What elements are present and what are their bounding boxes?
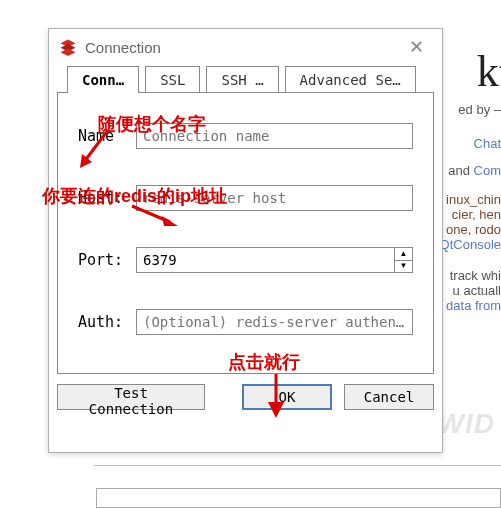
bg-title: kt <box>477 46 501 97</box>
dialog-title: Connection <box>85 39 400 56</box>
auth-input[interactable] <box>136 309 413 335</box>
bg-code-1: inux_chin <box>446 192 501 207</box>
tab-ssl[interactable]: SSL <box>145 66 200 93</box>
bg-divider <box>94 465 501 466</box>
close-icon: ✕ <box>409 36 424 58</box>
bg-line2: and Com <box>448 163 501 178</box>
port-label: Port: <box>78 251 136 269</box>
cancel-button[interactable]: Cancel <box>344 384 434 410</box>
tab-ssh[interactable]: SSH … <box>206 66 278 93</box>
connection-dialog: Connection ✕ Conn… SSL SSH … Advanced Se… <box>48 28 443 453</box>
bg-qtconsole[interactable]: QtConsole <box>440 237 501 252</box>
bg-code-3: one, rodo <box>446 222 501 237</box>
port-spinner[interactable]: ▲ ▼ <box>395 247 413 273</box>
bg-line8[interactable]: data from <box>446 298 501 313</box>
ok-button[interactable]: OK <box>242 384 332 410</box>
tab-panel: Name Host: Port: ▲ ▼ Auth: <box>57 92 434 374</box>
port-input[interactable] <box>136 247 395 273</box>
titlebar: Connection ✕ <box>49 29 442 65</box>
tab-advanced[interactable]: Advanced Se… <box>285 66 416 93</box>
svg-marker-2 <box>61 49 76 57</box>
host-label: Host: <box>78 189 136 207</box>
bg-code-2: cier, hen <box>452 207 501 222</box>
test-connection-button[interactable]: Test Connection <box>57 384 205 410</box>
spinner-down-icon[interactable]: ▼ <box>395 261 412 273</box>
redis-icon <box>59 38 77 56</box>
bg-line7: u actuall <box>453 283 501 298</box>
bg-byline: ed by – <box>458 102 501 117</box>
tab-connection[interactable]: Conn… <box>67 66 139 93</box>
name-label: Name <box>78 127 136 145</box>
host-input[interactable] <box>136 185 413 211</box>
tab-bar: Conn… SSL SSH … Advanced Se… <box>57 66 434 93</box>
name-input[interactable] <box>136 123 413 149</box>
bg-box <box>96 488 501 508</box>
auth-label: Auth: <box>78 313 136 331</box>
bg-chat-link[interactable]: Chat <box>474 136 501 151</box>
bg-line6: track whi <box>450 268 501 283</box>
spinner-up-icon[interactable]: ▲ <box>395 248 412 261</box>
close-button[interactable]: ✕ <box>400 31 432 63</box>
